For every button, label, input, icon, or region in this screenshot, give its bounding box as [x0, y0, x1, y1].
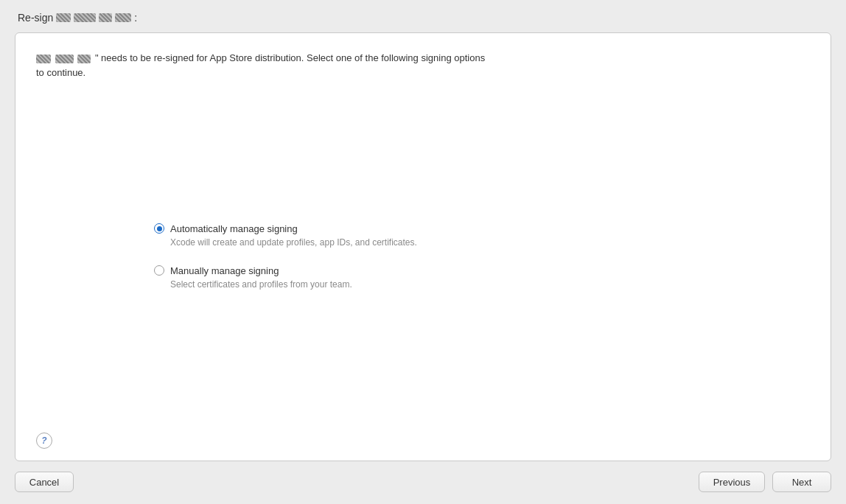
window: Re-sign : " needs to be re-signed for Ap…	[0, 0, 846, 504]
option-manual-label: Manually manage signing	[170, 265, 279, 276]
cancel-button[interactable]: Cancel	[15, 472, 74, 492]
description-text: " needs to be re-signed for App Store di…	[95, 52, 485, 63]
option-manual-subtitle: Select certificates and profiles from yo…	[170, 279, 352, 290]
option-auto-row: Automatically manage signing	[154, 223, 417, 234]
radio-manual[interactable]	[154, 265, 164, 276]
description: " needs to be re-signed for App Store di…	[36, 51, 810, 80]
previous-button[interactable]: Previous	[699, 472, 765, 492]
redacted-1	[56, 13, 71, 22]
title-suffix: :	[134, 12, 137, 24]
radio-auto[interactable]	[154, 223, 164, 234]
redacted-desc-1	[36, 55, 51, 63]
redacted-desc-2	[55, 55, 74, 63]
redacted-desc-3	[77, 55, 91, 63]
option-manual-row: Manually manage signing	[154, 265, 352, 276]
option-manual: Manually manage signing Select certifica…	[154, 265, 352, 290]
options-area: Automatically manage signing Xcode will …	[36, 85, 810, 427]
option-auto-label: Automatically manage signing	[170, 223, 298, 234]
window-title: Re-sign :	[18, 12, 137, 24]
next-button[interactable]: Next	[772, 472, 831, 492]
redacted-4	[115, 13, 131, 22]
description-text-cont: to continue.	[36, 67, 85, 78]
bottom-row: ?	[36, 433, 810, 449]
footer: Cancel Previous Next	[15, 472, 831, 492]
redacted-2	[74, 13, 96, 22]
title-prefix: Re-sign	[18, 12, 53, 24]
content-panel: " needs to be re-signed for App Store di…	[15, 32, 831, 461]
option-auto-subtitle: Xcode will create and update profiles, a…	[170, 237, 417, 248]
redacted-3	[99, 13, 112, 22]
footer-right: Previous Next	[699, 472, 831, 492]
title-bar: Re-sign :	[15, 12, 831, 24]
help-button[interactable]: ?	[36, 433, 52, 449]
option-auto: Automatically manage signing Xcode will …	[154, 223, 417, 248]
